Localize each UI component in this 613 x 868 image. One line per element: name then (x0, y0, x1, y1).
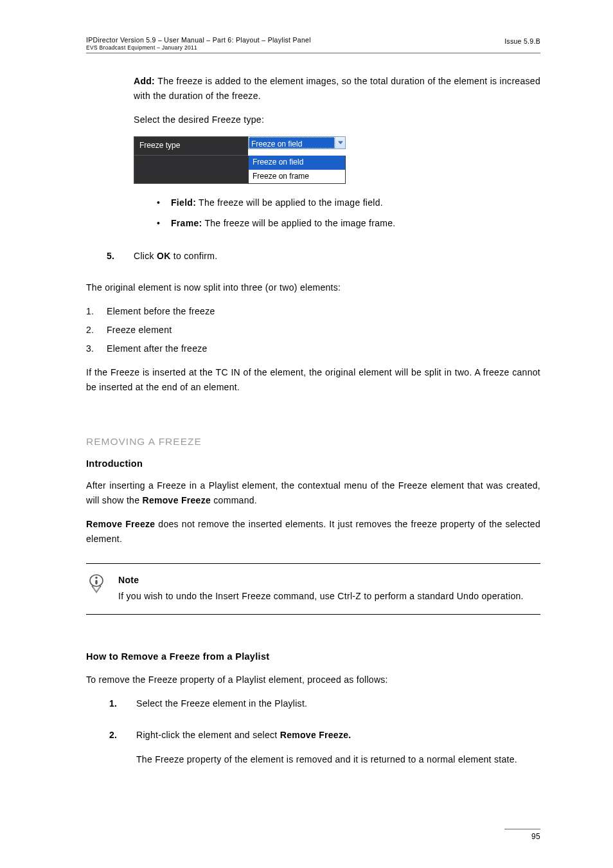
add-text: The freeze is added to the element image… (134, 76, 540, 101)
after-steps-block: The original element is now split into t… (86, 280, 540, 776)
heading-introduction: Introduction (86, 457, 540, 472)
svg-marker-0 (338, 141, 343, 145)
p2a: Remove Freeze (86, 519, 155, 529)
svg-rect-3 (95, 580, 97, 584)
howto-step-1-text: Select the Freeze element in the Playlis… (136, 696, 540, 711)
header-issue: Issue 5.9.B (504, 36, 540, 47)
field-desc: The freeze will be applied to the image … (196, 197, 383, 208)
field-label: Field: (171, 197, 196, 208)
freeze-dropdown[interactable]: Freeze on field Freeze on frame (248, 156, 346, 185)
header-left: IPDirector Version 5.9 – User Manual – P… (86, 36, 311, 51)
page-footer: 95 (504, 829, 540, 844)
freeze-type-widget: Freeze type Freeze on field (134, 136, 346, 184)
howto-steps: 1. Select the Freeze element in the Play… (86, 696, 540, 775)
select-freeze-line: Select the desired Freeze type: (134, 113, 540, 127)
howto-step-2-result: The Freeze property of the element is re… (136, 752, 540, 767)
freeze-option-frame[interactable]: Freeze on frame (249, 170, 345, 184)
step-5: 5. Click OK to confirm. (107, 249, 540, 273)
note-heading: Note (118, 573, 540, 588)
note-text: If you wish to undo the Insert Freeze co… (118, 589, 540, 604)
frame-desc: The freeze will be applied to the image … (202, 218, 395, 228)
p2b: does not remove the inserted elements. I… (86, 519, 540, 544)
page: IPDirector Version 5.9 – User Manual – P… (0, 0, 613, 868)
split-intro: The original element is now split into t… (86, 280, 540, 295)
frame-label: Frame: (171, 218, 202, 228)
freeze-row: Freeze type Freeze on field (134, 136, 346, 156)
step-5-text: Click OK to confirm. (134, 249, 540, 264)
bullet-frame-text: Frame: The freeze will be applied to the… (171, 216, 540, 231)
freeze-select-box[interactable]: Freeze on field (248, 136, 346, 149)
s2a: Right-click the element and select (136, 730, 280, 740)
s2b: Remove Freeze. (280, 730, 351, 740)
list-item: 2. Freeze element (86, 323, 540, 338)
heading-howto: How to Remove a Freeze from a Playlist (86, 649, 540, 665)
list-text: Element after the freeze (107, 341, 540, 356)
step-body: Add: The freeze is added to the element … (134, 74, 540, 241)
list-num: 3. (86, 341, 98, 356)
freeze-type-label: Freeze type (134, 136, 248, 156)
p1b: Remove Freeze (142, 495, 211, 505)
bullet-frame: Frame: The freeze will be applied to the… (157, 216, 540, 231)
bullet-dot-icon (157, 216, 164, 231)
list-item: 1. Element before the freeze (86, 304, 540, 319)
main-content: 4. Add: The freeze is added to the eleme… (86, 74, 540, 273)
list-num: 1. (86, 304, 98, 319)
freeze-option-field[interactable]: Freeze on field (249, 156, 345, 170)
step-4-intro: Add: The freeze is added to the element … (134, 74, 540, 104)
page-header: IPDirector Version 5.9 – User Manual – P… (86, 36, 540, 53)
header-subtitle: EVS Broadcast Equipment – January 2011 (86, 44, 311, 51)
note-body: Note If you wish to undo the Insert Free… (118, 573, 540, 604)
howto-step-2-body: Right-click the element and select Remov… (136, 728, 540, 775)
step-number: 2. (109, 728, 129, 775)
list-text: Freeze element (107, 323, 540, 338)
split-note: If the Freeze is inserted at the TC IN o… (86, 365, 540, 395)
freeze-selected-text: Freeze on field (249, 137, 335, 149)
bullet-field: Field: The freeze will be applied to the… (157, 195, 540, 210)
howto-step-1: 1. Select the Freeze element in the Play… (109, 696, 540, 720)
step-5-body: Click OK to confirm. (134, 249, 540, 273)
freeze-row-dropdown: Freeze on field Freeze on frame (134, 156, 346, 185)
header-title: IPDirector Version 5.9 – User Manual – P… (86, 36, 311, 44)
howto-step-2: 2. Right-click the element and select Re… (109, 728, 540, 775)
note-box: Note If you wish to undo the Insert Free… (86, 563, 540, 615)
freeze-dropdown-wrap: Freeze on field Freeze on frame (248, 156, 346, 185)
list-text: Element before the freeze (107, 304, 540, 319)
bullet-field-text: Field: The freeze will be applied to the… (171, 195, 540, 210)
remove-intro-p2: Remove Freeze does not remove the insert… (86, 517, 540, 547)
howto-lead: To remove the Freeze property of a Playl… (86, 673, 540, 687)
svg-point-2 (95, 577, 98, 579)
note-icon (86, 573, 107, 604)
step-number: 5. (107, 249, 126, 273)
page-number: 95 (504, 829, 540, 844)
howto-step-1-body: Select the Freeze element in the Playlis… (136, 696, 540, 720)
howto-step-2-text: Right-click the element and select Remov… (136, 728, 540, 743)
bullet-dot-icon (157, 195, 164, 210)
chevron-down-icon[interactable] (335, 137, 345, 149)
heading-remove-freeze: Removing a Freeze (86, 433, 540, 450)
freeze-label-spacer (134, 156, 248, 185)
confirm-rest: to confirm. (171, 251, 218, 261)
remove-intro-p1: After inserting a Freeze in a Playlist e… (86, 478, 540, 508)
add-label: Add: (134, 76, 157, 86)
ok-label: OK (157, 251, 171, 261)
click-word: Click (134, 251, 157, 261)
list-item: 3. Element after the freeze (86, 341, 540, 356)
step-number: 1. (109, 696, 129, 720)
step-4: 4. Add: The freeze is added to the eleme… (107, 74, 540, 241)
freeze-select[interactable]: Freeze on field (248, 136, 346, 156)
list-num: 2. (86, 323, 98, 338)
p1c: command. (211, 495, 257, 505)
split-list: 1. Element before the freeze 2. Freeze e… (86, 304, 540, 356)
